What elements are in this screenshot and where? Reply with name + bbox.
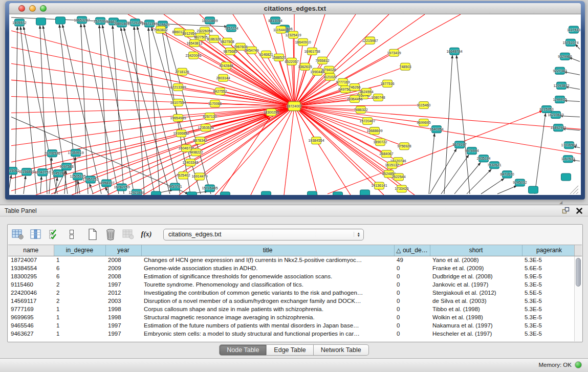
- yellow-node[interactable]: 3624554: [359, 88, 373, 95]
- new-document-icon[interactable]: [86, 228, 99, 240]
- teal-node[interactable]: 16782759: [114, 184, 129, 191]
- yellow-node[interactable]: 18640910: [295, 38, 311, 46]
- teal-node[interactable]: 16648784: [446, 48, 462, 55]
- teal-node[interactable]: 11156869: [19, 168, 34, 176]
- yellow-node[interactable]: 6522057: [285, 58, 298, 65]
- teal-node[interactable]: 1405572: [12, 19, 26, 26]
- table-row[interactable]: 911546021997Tourette syndrome. Phenomeno…: [8, 280, 576, 289]
- yellow-node[interactable]: 15720407: [359, 118, 375, 125]
- teal-node[interactable]: [308, 191, 317, 195]
- yellow-node[interactable]: 19166852: [173, 130, 189, 137]
- network-window-titlebar[interactable]: citations_edges.txt: [9, 3, 581, 14]
- close-panel-icon[interactable]: [576, 207, 583, 216]
- teal-node[interactable]: 15716485: [202, 185, 217, 192]
- teal-node[interactable]: 1640954: [429, 126, 443, 133]
- yellow-node[interactable]: 8186328: [207, 35, 221, 42]
- teal-node[interactable]: 8471670: [500, 171, 514, 178]
- teal-node[interactable]: 9097588: [59, 163, 73, 170]
- network-graph[interactable]: 1405572106532871527002646616220891406107…: [9, 14, 581, 195]
- table-settings-icon[interactable]: [12, 228, 24, 240]
- yellow-node[interactable]: 1080748: [371, 94, 385, 101]
- rows-icon[interactable]: [66, 228, 78, 240]
- yellow-node[interactable]: 7963822: [154, 26, 167, 33]
- teal-node[interactable]: 10958107: [98, 180, 114, 187]
- column-header-out_de[interactable]: △ out_de…: [394, 245, 430, 256]
- tab-node-table[interactable]: Node Table: [219, 344, 267, 356]
- yellow-node[interactable]: 8427552: [213, 87, 227, 95]
- canvas-resize-grip[interactable]: [573, 189, 578, 194]
- teal-node[interactable]: [151, 191, 161, 195]
- yellow-node[interactable]: 12403348: [182, 159, 198, 166]
- tab-network-table[interactable]: Network Table: [314, 344, 369, 356]
- select-columns-check-icon[interactable]: [48, 228, 60, 240]
- teal-node[interactable]: [360, 190, 370, 195]
- yellow-node[interactable]: 8267130: [203, 113, 216, 120]
- teal-node[interactable]: [56, 17, 66, 24]
- yellow-node[interactable]: 1170066: [208, 100, 222, 107]
- table-row[interactable]: 1830029562008Estimation of significance …: [8, 272, 576, 280]
- function-builder-icon[interactable]: f(x): [140, 228, 153, 240]
- teal-node[interactable]: 7857224: [224, 25, 238, 32]
- column-header-pagerank[interactable]: pagerank: [522, 245, 576, 256]
- teal-node[interactable]: 1527002: [93, 17, 107, 25]
- teal-node[interactable]: 14671355: [141, 20, 157, 27]
- teal-node[interactable]: 20206536: [44, 150, 60, 157]
- column-header-year[interactable]: year: [105, 245, 141, 256]
- table-row[interactable]: 1872400712008Changes of HCN gene express…: [8, 256, 576, 264]
- yellow-node[interactable]: 1973419: [387, 49, 401, 56]
- yellow-node[interactable]: 7486322: [354, 106, 367, 114]
- network-canvas[interactable]: 1405572106532871527002646616220891406107…: [9, 14, 581, 195]
- yellow-node[interactable]: 9875685: [223, 48, 237, 55]
- teal-node[interactable]: 1415061: [9, 167, 19, 174]
- yellow-node[interactable]: 7625402: [176, 172, 190, 179]
- teal-node[interactable]: 15892971: [550, 124, 566, 132]
- teal-node[interactable]: [187, 192, 197, 195]
- yellow-node[interactable]: 8454749: [245, 47, 258, 54]
- splitter-grip-icon[interactable]: ◢: [559, 201, 564, 205]
- column-selection-icon[interactable]: [30, 228, 42, 240]
- teal-node[interactable]: 12923448: [128, 189, 144, 195]
- delete-table-trash-icon[interactable]: [104, 228, 117, 240]
- yellow-node[interactable]: 2803144: [216, 74, 230, 81]
- teal-node[interactable]: 1244415: [553, 96, 567, 103]
- yellow-node[interactable]: 16961758: [304, 48, 320, 55]
- table-row[interactable]: 2242004622012Investigating the contribut…: [8, 289, 576, 297]
- teal-node[interactable]: 12042757: [34, 169, 50, 176]
- teal-node[interactable]: 9474444: [465, 147, 478, 155]
- teal-node[interactable]: 1167533: [561, 156, 575, 163]
- teal-node[interactable]: 7632621: [487, 162, 501, 169]
- teal-node[interactable]: 2935114: [477, 155, 491, 162]
- yellow-node[interactable]: 9777169: [336, 78, 350, 85]
- yellow-node[interactable]: 9242848: [219, 62, 233, 69]
- yellow-node[interactable]: 9498222: [189, 149, 203, 156]
- teal-node[interactable]: [36, 18, 46, 25]
- yellow-node[interactable]: 7955812: [315, 57, 329, 64]
- table-row[interactable]: 977716911998Corpus callosum shape and si…: [8, 305, 576, 313]
- teal-node[interactable]: 8813054: [268, 17, 282, 24]
- table-row[interactable]: 946554611997Estimation of the future num…: [8, 321, 576, 330]
- yellow-node[interactable]: 9146821: [259, 51, 273, 58]
- yellow-node[interactable]: 2718126: [175, 68, 189, 75]
- yellow-node[interactable]: 1877516: [380, 80, 394, 87]
- table-row[interactable]: 1938455462009Genome-wide association stu…: [8, 264, 576, 272]
- teal-node[interactable]: [561, 173, 571, 181]
- teal-node[interactable]: [529, 186, 538, 193]
- teal-node[interactable]: [262, 191, 271, 195]
- scrollbar-thumb[interactable]: [576, 258, 581, 287]
- yellow-node[interactable]: 8878342: [193, 137, 207, 144]
- yellow-node[interactable]: 1890722: [373, 139, 387, 146]
- table-row[interactable]: 969969511998Structural magnetic resonanc…: [8, 313, 576, 321]
- teal-node[interactable]: [221, 192, 230, 195]
- teal-node[interactable]: 1117533: [567, 26, 580, 33]
- yellow-node[interactable]: 9827508: [220, 38, 234, 45]
- teal-node[interactable]: 12093872: [553, 82, 569, 89]
- yellow-node[interactable]: 9756928: [397, 143, 411, 150]
- float-panel-icon[interactable]: [562, 207, 570, 216]
- yellow-node[interactable]: 14136141: [371, 182, 387, 189]
- teal-node[interactable]: 9329966: [558, 53, 572, 60]
- yellow-node[interactable]: 1615132: [385, 162, 399, 169]
- teal-node[interactable]: 16033809: [202, 17, 217, 24]
- yellow-node[interactable]: 6794028: [322, 66, 336, 73]
- teal-node[interactable]: 9227343: [553, 67, 567, 74]
- yellow-node[interactable]: 9699695: [417, 119, 430, 126]
